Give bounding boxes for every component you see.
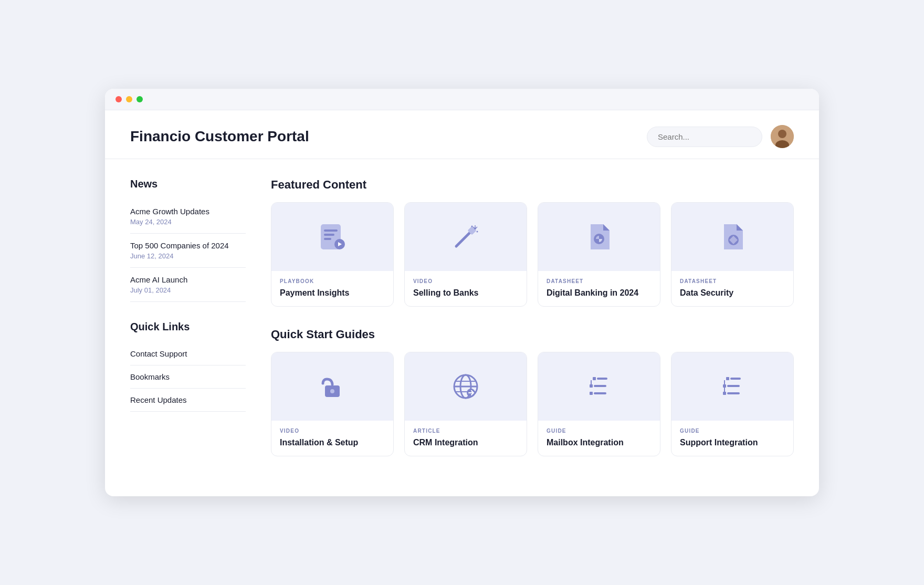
featured-card-1[interactable]: PLAYBOOK Payment Insights — [271, 202, 394, 307]
quickstart-card-3[interactable]: GUIDE Mailbox Integration — [538, 352, 660, 456]
svg-rect-38 — [727, 392, 740, 394]
featured-card-4[interactable]: DATASHEET Data Security — [671, 202, 794, 307]
quickstart-cards-grid: VIDEO Installation & Setup — [271, 352, 794, 456]
main-content: Featured Content — [271, 178, 794, 477]
news-date-3: July 01, 2024 — [130, 286, 246, 294]
datasheet2-icon — [716, 220, 749, 254]
datasheet1-icon — [582, 220, 616, 254]
featured-card-1-icon-area — [271, 203, 393, 271]
svg-point-12 — [471, 226, 473, 227]
svg-rect-33 — [726, 377, 729, 380]
svg-rect-4 — [324, 229, 338, 232]
svg-rect-36 — [727, 385, 740, 387]
quickstart-card-3-icon-area — [538, 352, 660, 421]
lock-icon — [316, 370, 349, 403]
quickstart-section-title: Quick Start Guides — [271, 328, 794, 341]
svg-rect-35 — [723, 384, 726, 388]
featured-card-4-type: DATASHEET — [680, 278, 785, 284]
svg-line-8 — [456, 232, 471, 246]
quickstart-card-2-type: ARTICLE — [413, 428, 518, 434]
quickstart-card-1-title: Installation & Setup — [280, 437, 385, 448]
featured-card-2-body: VIDEO Selling to Banks — [405, 271, 527, 306]
search-input[interactable] — [647, 127, 762, 147]
quick-links-title: Quick Links — [130, 321, 246, 333]
quick-link-contact-support[interactable]: Contact Support — [130, 342, 246, 365]
quickstart-card-4-title: Support Integration — [680, 437, 785, 448]
featured-card-1-type: PLAYBOOK — [280, 278, 385, 284]
featured-card-2-type: VIDEO — [413, 278, 518, 284]
svg-point-1 — [778, 130, 786, 138]
quickstart-card-2[interactable]: ARTICLE CRM Integration — [404, 352, 527, 456]
svg-rect-28 — [590, 384, 593, 388]
content-area: News Acme Growth Updates May 24, 2024 To… — [105, 159, 819, 496]
svg-point-19 — [330, 389, 334, 393]
news-item-2[interactable]: Top 500 Companies of 2024 June 12, 2024 — [130, 234, 246, 268]
titlebar — [105, 89, 819, 110]
news-item-3[interactable]: Acme AI Launch July 01, 2024 — [130, 268, 246, 302]
avatar[interactable] — [771, 125, 794, 148]
mailbox-icon — [582, 370, 616, 403]
quick-links-section: Quick Links Contact Support Bookmarks Re… — [130, 321, 246, 412]
featured-cards-grid: PLAYBOOK Payment Insights — [271, 202, 794, 307]
quickstart-card-2-body: ARTICLE CRM Integration — [405, 421, 527, 456]
svg-rect-37 — [723, 392, 726, 395]
header: Financio Customer Portal — [105, 110, 819, 159]
featured-card-3-type: DATASHEET — [547, 278, 652, 284]
featured-card-1-title: Payment Insights — [280, 287, 385, 299]
featured-card-3-title: Digital Banking in 2024 — [547, 287, 652, 299]
featured-card-4-icon-area — [671, 203, 793, 271]
news-date-1: May 24, 2024 — [130, 218, 246, 226]
expand-dot[interactable] — [136, 96, 143, 102]
sidebar: News Acme Growth Updates May 24, 2024 To… — [130, 178, 246, 477]
page-title: Financio Customer Portal — [130, 128, 309, 145]
news-date-2: June 12, 2024 — [130, 252, 246, 260]
featured-card-2-title: Selling to Banks — [413, 287, 518, 299]
quickstart-card-1-type: VIDEO — [280, 428, 385, 434]
featured-section-title: Featured Content — [271, 178, 794, 192]
quickstart-card-4-type: GUIDE — [680, 428, 785, 434]
app-window: Financio Customer Portal News Acme Growt… — [105, 89, 819, 496]
header-actions — [647, 125, 794, 148]
news-title-3: Acme AI Launch — [130, 275, 246, 284]
featured-card-3[interactable]: DATASHEET Digital Banking in 2024 — [538, 202, 660, 307]
news-section-title: News — [130, 178, 246, 190]
quickstart-card-1-icon-area — [271, 352, 393, 421]
minimize-dot[interactable] — [126, 96, 132, 102]
quickstart-card-3-type: GUIDE — [547, 428, 652, 434]
quick-link-bookmarks[interactable]: Bookmarks — [130, 365, 246, 389]
svg-rect-31 — [594, 392, 606, 394]
svg-point-11 — [477, 231, 478, 233]
quickstart-card-2-title: CRM Integration — [413, 437, 518, 448]
quick-link-recent-updates[interactable]: Recent Updates — [130, 389, 246, 412]
quickstart-card-3-body: GUIDE Mailbox Integration — [538, 421, 660, 456]
featured-card-2[interactable]: VIDEO Selling to Banks — [404, 202, 527, 307]
quickstart-card-2-icon-area — [405, 352, 527, 421]
quickstart-card-1[interactable]: VIDEO Installation & Setup — [271, 352, 394, 456]
quickstart-card-4-body: GUIDE Support Integration — [671, 421, 793, 456]
news-item-1[interactable]: Acme Growth Updates May 24, 2024 — [130, 200, 246, 234]
playbook-icon — [316, 220, 349, 254]
svg-rect-26 — [593, 377, 596, 380]
svg-rect-30 — [590, 392, 593, 395]
svg-rect-6 — [324, 238, 331, 240]
globe-icon — [449, 370, 482, 403]
news-title-2: Top 500 Companies of 2024 — [130, 241, 246, 250]
featured-card-3-body: DATASHEET Digital Banking in 2024 — [538, 271, 660, 306]
featured-card-1-body: PLAYBOOK Payment Insights — [271, 271, 393, 306]
quickstart-card-1-body: VIDEO Installation & Setup — [271, 421, 393, 456]
featured-card-4-title: Data Security — [680, 287, 785, 299]
svg-rect-27 — [597, 378, 607, 380]
video-icon — [449, 220, 482, 254]
svg-rect-29 — [594, 385, 606, 387]
news-title-1: Acme Growth Updates — [130, 207, 246, 216]
quickstart-card-4[interactable]: GUIDE Support Integration — [671, 352, 794, 456]
featured-card-4-body: DATASHEET Data Security — [671, 271, 793, 306]
svg-rect-5 — [324, 234, 334, 236]
quickstart-card-3-title: Mailbox Integration — [547, 437, 652, 448]
close-dot[interactable] — [116, 96, 122, 102]
featured-card-2-icon-area — [405, 203, 527, 271]
svg-rect-34 — [730, 378, 741, 380]
quickstart-card-4-icon-area — [671, 352, 793, 421]
featured-card-3-icon-area — [538, 203, 660, 271]
support-icon — [716, 370, 749, 403]
